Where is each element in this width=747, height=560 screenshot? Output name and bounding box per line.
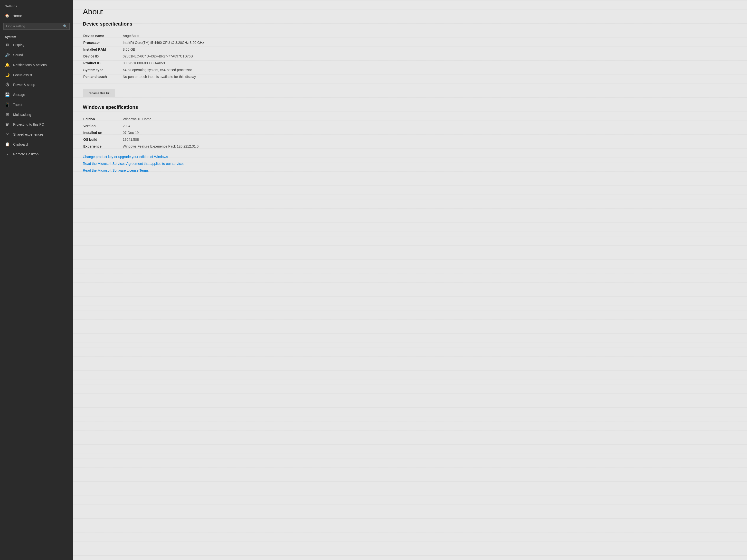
spec-label: Processor xyxy=(83,39,122,46)
spec-label: Pen and touch xyxy=(83,74,122,80)
sidebar-item-projecting[interactable]: 📽 Projecting to this PC xyxy=(0,119,73,129)
spec-value: 07-Dec-19 xyxy=(123,130,737,136)
power-icon: ⏻ xyxy=(5,83,10,87)
device-specs-heading: Device specifications xyxy=(83,21,737,28)
table-row: Pen and touchNo pen or touch input is av… xyxy=(83,74,737,80)
sidebar-item-remote[interactable]: › Remote Desktop xyxy=(0,149,73,159)
spec-value: 2004 xyxy=(123,123,737,129)
table-row: ExperienceWindows Feature Experience Pac… xyxy=(83,143,737,150)
spec-label: Installed RAM xyxy=(83,46,122,53)
notifications-icon: 🔔 xyxy=(5,62,10,67)
table-row: Version2004 xyxy=(83,123,737,129)
spec-value: 00326-10000-00000-AA059 xyxy=(123,60,737,66)
sidebar-item-shared[interactable]: ✕ Shared experiences xyxy=(0,129,73,139)
spec-value: AngelBoss xyxy=(123,33,737,39)
clipboard-icon: 📋 xyxy=(5,142,10,146)
sidebar-item-label: Notifications & actions xyxy=(13,63,47,67)
spec-label: Edition xyxy=(83,116,122,122)
sidebar-item-label: Storage xyxy=(13,93,25,97)
sound-icon: 🔊 xyxy=(5,53,10,57)
table-row: Device ID02861FEC-6C4D-432F-BF27-77A897C… xyxy=(83,53,737,59)
sidebar-item-focus[interactable]: 🌙 Focus assist xyxy=(0,70,73,80)
spec-value: 8.00 GB xyxy=(123,46,737,53)
tablet-icon: 📱 xyxy=(5,102,10,107)
sidebar-item-label: Display xyxy=(13,43,24,47)
sidebar-home[interactable]: 🏠 Home xyxy=(0,10,73,21)
search-input[interactable] xyxy=(6,24,62,28)
sidebar-item-multitasking[interactable]: ⊞ Multitasking xyxy=(0,110,73,119)
spec-value: 19041.508 xyxy=(123,136,737,143)
multitasking-icon: ⊞ xyxy=(5,112,10,117)
table-row: Installed on07-Dec-19 xyxy=(83,130,737,136)
storage-icon: 💾 xyxy=(5,92,10,97)
table-row: OS build19041.508 xyxy=(83,136,737,143)
focus-icon: 🌙 xyxy=(5,73,10,77)
spec-label: Installed on xyxy=(83,130,122,136)
spec-label: Product ID xyxy=(83,60,122,66)
spec-label: Version xyxy=(83,123,122,129)
sidebar-item-label: Sound xyxy=(13,53,23,57)
sidebar-item-clipboard[interactable]: 📋 Clipboard xyxy=(0,139,73,149)
spec-label: Device name xyxy=(83,33,122,39)
device-specs-table: Device nameAngelBossProcessorIntel(R) Co… xyxy=(83,32,737,80)
sidebar-item-label: Shared experiences xyxy=(13,132,44,136)
table-row: Product ID00326-10000-00000-AA059 xyxy=(83,60,737,66)
spec-value: Windows Feature Experience Pack 120.2212… xyxy=(123,143,737,150)
sidebar-item-label: Power & sleep xyxy=(13,83,35,87)
windows-specs-table: EditionWindows 10 HomeVersion2004Install… xyxy=(83,115,737,150)
sidebar-item-label: Multitasking xyxy=(13,113,31,117)
spec-value: Intel(R) Core(TM) i5-4460 CPU @ 3.20GHz … xyxy=(123,39,737,46)
spec-value: Windows 10 Home xyxy=(123,116,737,122)
table-row: Installed RAM8.00 GB xyxy=(83,46,737,53)
home-icon: 🏠 xyxy=(5,14,9,18)
table-row: Device nameAngelBoss xyxy=(83,33,737,39)
page-title: About xyxy=(83,7,737,16)
spec-label: System type xyxy=(83,67,122,73)
spec-label: Experience xyxy=(83,143,122,150)
shared-icon: ✕ xyxy=(5,132,10,137)
sidebar-item-label: Remote Desktop xyxy=(13,152,38,156)
links-section: Change product key or upgrade your editi… xyxy=(83,155,737,172)
main-content: About Device specifications Device nameA… xyxy=(73,0,747,560)
sidebar-item-label: Clipboard xyxy=(13,142,28,146)
spec-value: No pen or touch input is available for t… xyxy=(123,74,737,80)
search-box[interactable]: 🔍 xyxy=(3,23,70,30)
sidebar-item-label: Projecting to this PC xyxy=(13,123,44,126)
home-label: Home xyxy=(12,14,22,18)
system-section-label: System xyxy=(0,33,73,40)
spec-label: Device ID xyxy=(83,53,122,59)
rename-pc-button[interactable]: Rename this PC xyxy=(83,89,115,97)
remote-icon: › xyxy=(5,152,10,156)
table-row: ProcessorIntel(R) Core(TM) i5-4460 CPU @… xyxy=(83,39,737,46)
spec-value: 02861FEC-6C4D-432F-BF27-77A897C1D76B xyxy=(123,53,737,59)
link-2[interactable]: Read the Microsoft Services Agreement th… xyxy=(83,162,737,165)
sidebar-item-notifications[interactable]: 🔔 Notifications & actions xyxy=(0,60,73,70)
search-icon: 🔍 xyxy=(63,24,67,28)
table-row: EditionWindows 10 Home xyxy=(83,116,737,122)
sidebar-item-sound[interactable]: 🔊 Sound xyxy=(0,50,73,60)
sidebar-item-display[interactable]: 🖥 Display xyxy=(0,40,73,50)
app-title: Settings xyxy=(0,0,73,10)
sidebar-item-label: Tablet xyxy=(13,103,22,107)
table-row: System type64-bit operating system, x64-… xyxy=(83,67,737,73)
sidebar-item-power[interactable]: ⏻ Power & sleep xyxy=(0,80,73,89)
sidebar-item-label: Focus assist xyxy=(13,73,32,77)
sidebar: Settings 🏠 Home 🔍 System 🖥 Display 🔊 Sou… xyxy=(0,0,73,560)
projecting-icon: 📽 xyxy=(5,122,10,127)
spec-value: 64-bit operating system, x64-based proce… xyxy=(123,67,737,73)
spec-label: OS build xyxy=(83,136,122,143)
windows-specs-heading: Windows specifications xyxy=(83,104,737,111)
link-3[interactable]: Read the Microsoft Software License Term… xyxy=(83,168,737,172)
link-1[interactable]: Change product key or upgrade your editi… xyxy=(83,155,737,159)
display-icon: 🖥 xyxy=(5,43,10,47)
sidebar-item-storage[interactable]: 💾 Storage xyxy=(0,89,73,100)
sidebar-item-tablet[interactable]: 📱 Tablet xyxy=(0,100,73,110)
